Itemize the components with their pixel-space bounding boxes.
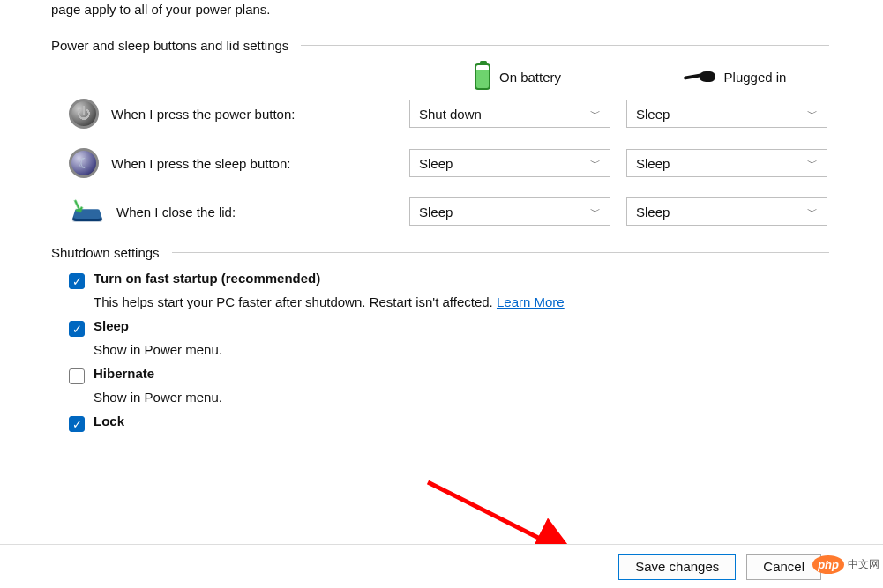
fast-startup-desc: This helps start your PC faster after sh… xyxy=(94,294,493,309)
divider xyxy=(301,45,829,46)
chevron-down-icon: ﹀ xyxy=(807,205,818,220)
column-plugged-in-label: Plugged in xyxy=(724,70,787,85)
footer-bar: Save changes Cancel xyxy=(0,544,883,588)
column-on-battery: On battery xyxy=(409,63,626,90)
lid-plugged-select[interactable]: Sleep ﹀ xyxy=(626,197,827,226)
chevron-down-icon: ﹀ xyxy=(807,107,818,122)
lock-label: Lock xyxy=(94,413,124,428)
sleep-desc: Show in Power menu. xyxy=(94,342,829,357)
chevron-down-icon: ﹀ xyxy=(590,107,601,122)
power-button-battery-select[interactable]: Shut down ﹀ xyxy=(409,100,610,128)
sleep-button-battery-select[interactable]: Sleep ﹀ xyxy=(409,149,610,177)
fast-startup-label: Turn on fast startup (recommended) xyxy=(94,271,320,286)
save-changes-button[interactable]: Save changes xyxy=(618,554,736,580)
watermark-badge: php 中文网 xyxy=(812,555,879,574)
section-shutdown-title: Shutdown settings xyxy=(51,245,160,260)
cancel-button[interactable]: Cancel xyxy=(746,554,821,580)
section-buttons-title: Power and sleep buttons and lid settings xyxy=(51,38,288,53)
lock-checkbox[interactable] xyxy=(69,416,85,432)
lid-row-label: When I close the lid: xyxy=(116,205,236,220)
column-on-battery-label: On battery xyxy=(499,70,561,85)
fast-startup-checkbox[interactable] xyxy=(69,273,85,289)
watermark-text: 中文网 xyxy=(848,557,879,572)
section-shutdown-heading: Shutdown settings xyxy=(51,245,829,260)
battery-icon xyxy=(475,63,490,90)
hibernate-desc: Show in Power menu. xyxy=(94,390,829,405)
column-plugged-in: Plugged in xyxy=(626,68,843,86)
sleep-button-row-label: When I press the sleep button: xyxy=(111,156,290,171)
chevron-down-icon: ﹀ xyxy=(590,156,601,171)
power-button-row-label: When I press the power button: xyxy=(111,107,295,122)
section-buttons-heading: Power and sleep buttons and lid settings xyxy=(51,38,829,53)
power-button-icon xyxy=(69,99,99,129)
sleep-button-icon xyxy=(69,148,99,178)
hibernate-label: Hibernate xyxy=(94,366,154,381)
intro-text: page apply to all of your power plans. xyxy=(51,0,829,19)
shutdown-settings-list: Turn on fast startup (recommended) This … xyxy=(51,271,829,432)
chevron-down-icon: ﹀ xyxy=(590,205,601,220)
watermark-brand: php xyxy=(812,555,844,574)
plug-icon xyxy=(684,68,715,86)
hibernate-checkbox[interactable] xyxy=(69,368,85,384)
sleep-checkbox[interactable] xyxy=(69,321,85,337)
sleep-button-plugged-select[interactable]: Sleep ﹀ xyxy=(626,149,827,177)
sleep-label: Sleep xyxy=(94,318,129,333)
lid-battery-select[interactable]: Sleep ﹀ xyxy=(409,197,610,226)
learn-more-link[interactable]: Learn More xyxy=(497,294,565,309)
power-button-plugged-select[interactable]: Sleep ﹀ xyxy=(626,100,827,128)
chevron-down-icon: ﹀ xyxy=(807,156,818,171)
laptop-lid-icon xyxy=(69,198,104,225)
divider xyxy=(172,252,829,253)
